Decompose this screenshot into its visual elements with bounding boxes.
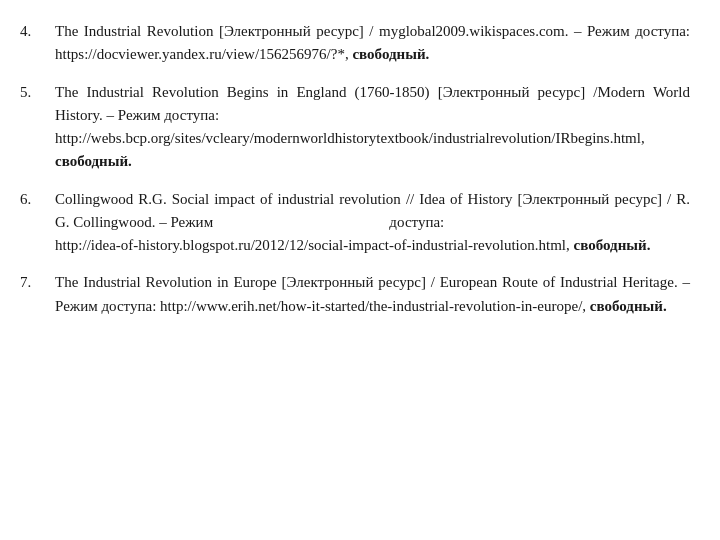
item-text: Collingwood R.G. Social impact of indust… — [55, 188, 690, 258]
list-item: 5. The Industrial Revolution Begins in E… — [20, 81, 690, 174]
list-item: 7. The Industrial Revolution in Europe [… — [20, 271, 690, 318]
reference-list: 4. The Industrial Revolution [Электронны… — [20, 20, 690, 318]
list-item: 4. The Industrial Revolution [Электронны… — [20, 20, 690, 67]
list-item: 6. Collingwood R.G. Social impact of ind… — [20, 188, 690, 258]
item-text: The Industrial Revolution in Europe [Эле… — [55, 271, 690, 318]
item-number: 6. — [20, 188, 55, 258]
item-text: The Industrial Revolution [Электронный р… — [55, 20, 690, 67]
item-number: 5. — [20, 81, 55, 174]
main-content: 4. The Industrial Revolution [Электронны… — [0, 0, 720, 352]
item-number: 7. — [20, 271, 55, 318]
item-text: The Industrial Revolution Begins in Engl… — [55, 81, 690, 174]
item-number: 4. — [20, 20, 55, 67]
